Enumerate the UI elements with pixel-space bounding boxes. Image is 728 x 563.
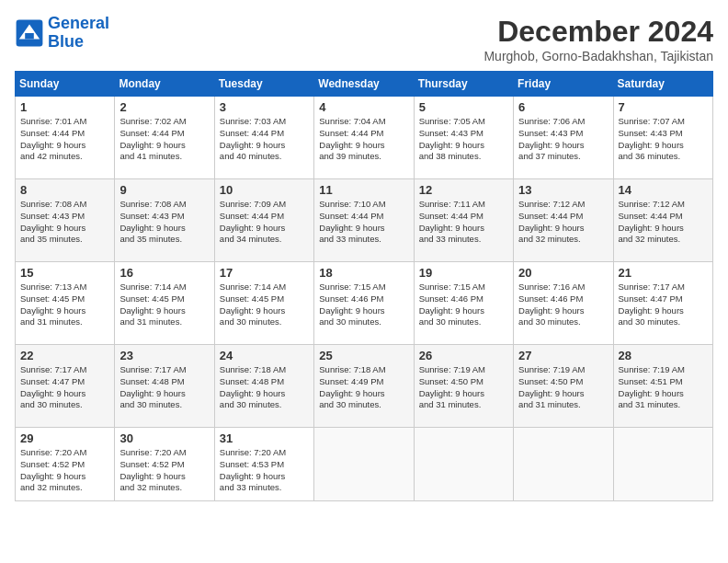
day-info: Sunrise: 7:12 AM Sunset: 4:44 PM Dayligh…	[518, 199, 608, 246]
day-info: Sunrise: 7:17 AM Sunset: 4:47 PM Dayligh…	[20, 364, 109, 411]
svg-rect-2	[25, 33, 34, 39]
day-number: 21	[619, 266, 708, 280]
day-number: 29	[20, 431, 109, 445]
calendar-cell	[314, 428, 414, 501]
day-number: 10	[220, 183, 309, 197]
day-number: 18	[319, 266, 408, 280]
calendar-cell: 29Sunrise: 7:20 AM Sunset: 4:52 PM Dayli…	[16, 428, 115, 501]
day-info: Sunrise: 7:10 AM Sunset: 4:44 PM Dayligh…	[319, 199, 408, 246]
day-number: 20	[518, 266, 608, 280]
day-number: 8	[20, 183, 109, 197]
calendar-cell: 9Sunrise: 7:08 AM Sunset: 4:43 PM Daylig…	[115, 179, 214, 262]
calendar-cell: 11Sunrise: 7:10 AM Sunset: 4:44 PM Dayli…	[314, 179, 414, 262]
day-number: 25	[319, 349, 408, 362]
calendar-cell: 14Sunrise: 7:12 AM Sunset: 4:44 PM Dayli…	[613, 179, 712, 262]
calendar-cell: 18Sunrise: 7:15 AM Sunset: 4:46 PM Dayli…	[314, 262, 414, 345]
calendar-cell: 16Sunrise: 7:14 AM Sunset: 4:45 PM Dayli…	[115, 262, 214, 345]
day-number: 27	[518, 349, 608, 362]
day-number: 12	[419, 183, 508, 197]
day-info: Sunrise: 7:16 AM Sunset: 4:46 PM Dayligh…	[518, 282, 608, 328]
logo-icon	[15, 18, 44, 48]
day-number: 2	[119, 100, 209, 114]
calendar-cell	[414, 428, 513, 501]
day-info: Sunrise: 7:03 AM Sunset: 4:44 PM Dayligh…	[220, 116, 309, 163]
day-info: Sunrise: 7:18 AM Sunset: 4:48 PM Dayligh…	[220, 364, 309, 411]
col-header-wednesday: Wednesday	[314, 72, 414, 97]
calendar-cell: 1Sunrise: 7:01 AM Sunset: 4:44 PM Daylig…	[16, 97, 115, 179]
day-info: Sunrise: 7:02 AM Sunset: 4:44 PM Dayligh…	[119, 116, 209, 163]
day-number: 14	[619, 183, 708, 197]
calendar-cell: 7Sunrise: 7:07 AM Sunset: 4:43 PM Daylig…	[613, 97, 712, 179]
calendar-cell: 4Sunrise: 7:04 AM Sunset: 4:44 PM Daylig…	[314, 97, 414, 179]
day-info: Sunrise: 7:20 AM Sunset: 4:53 PM Dayligh…	[220, 447, 309, 494]
calendar-cell: 13Sunrise: 7:12 AM Sunset: 4:44 PM Dayli…	[514, 179, 613, 262]
calendar-cell: 5Sunrise: 7:05 AM Sunset: 4:43 PM Daylig…	[414, 97, 513, 179]
day-number: 31	[220, 431, 309, 445]
col-header-saturday: Saturday	[613, 72, 712, 97]
col-header-sunday: Sunday	[16, 72, 115, 97]
day-info: Sunrise: 7:20 AM Sunset: 4:52 PM Dayligh…	[119, 447, 209, 494]
day-number: 4	[319, 100, 408, 114]
day-number: 17	[220, 266, 309, 280]
day-info: Sunrise: 7:06 AM Sunset: 4:43 PM Dayligh…	[518, 116, 608, 163]
day-info: Sunrise: 7:11 AM Sunset: 4:44 PM Dayligh…	[419, 199, 508, 246]
calendar-cell: 2Sunrise: 7:02 AM Sunset: 4:44 PM Daylig…	[115, 97, 214, 179]
day-info: Sunrise: 7:18 AM Sunset: 4:49 PM Dayligh…	[319, 364, 408, 411]
day-info: Sunrise: 7:08 AM Sunset: 4:43 PM Dayligh…	[20, 199, 109, 246]
day-number: 3	[220, 100, 309, 114]
calendar-cell: 17Sunrise: 7:14 AM Sunset: 4:45 PM Dayli…	[214, 262, 313, 345]
calendar-cell: 19Sunrise: 7:15 AM Sunset: 4:46 PM Dayli…	[414, 262, 513, 345]
day-info: Sunrise: 7:14 AM Sunset: 4:45 PM Dayligh…	[119, 282, 209, 328]
col-header-thursday: Thursday	[414, 72, 513, 97]
calendar-cell: 6Sunrise: 7:06 AM Sunset: 4:43 PM Daylig…	[514, 97, 613, 179]
calendar-cell: 28Sunrise: 7:19 AM Sunset: 4:51 PM Dayli…	[613, 345, 712, 428]
calendar-cell: 3Sunrise: 7:03 AM Sunset: 4:44 PM Daylig…	[214, 97, 313, 179]
month-title: December 2024	[483, 15, 713, 49]
day-info: Sunrise: 7:05 AM Sunset: 4:43 PM Dayligh…	[419, 116, 508, 163]
header-row: SundayMondayTuesdayWednesdayThursdayFrid…	[16, 72, 713, 97]
logo-line1: General	[48, 15, 109, 33]
day-number: 22	[20, 349, 109, 362]
day-number: 5	[419, 100, 508, 114]
calendar-cell: 26Sunrise: 7:19 AM Sunset: 4:50 PM Dayli…	[414, 345, 513, 428]
day-info: Sunrise: 7:14 AM Sunset: 4:45 PM Dayligh…	[220, 282, 309, 328]
calendar-cell: 8Sunrise: 7:08 AM Sunset: 4:43 PM Daylig…	[16, 179, 115, 262]
calendar-cell: 21Sunrise: 7:17 AM Sunset: 4:47 PM Dayli…	[613, 262, 712, 345]
day-info: Sunrise: 7:17 AM Sunset: 4:47 PM Dayligh…	[619, 282, 708, 328]
calendar-cell: 15Sunrise: 7:13 AM Sunset: 4:45 PM Dayli…	[16, 262, 115, 345]
day-info: Sunrise: 7:15 AM Sunset: 4:46 PM Dayligh…	[419, 282, 508, 328]
calendar-cell: 31Sunrise: 7:20 AM Sunset: 4:53 PM Dayli…	[214, 428, 313, 501]
day-number: 7	[619, 100, 708, 114]
day-number: 16	[119, 266, 209, 280]
calendar-cell: 12Sunrise: 7:11 AM Sunset: 4:44 PM Dayli…	[414, 179, 513, 262]
day-number: 26	[419, 349, 508, 362]
day-info: Sunrise: 7:04 AM Sunset: 4:44 PM Dayligh…	[319, 116, 408, 163]
location: Murghob, Gorno-Badakhshan, Tajikistan	[483, 49, 713, 63]
day-info: Sunrise: 7:19 AM Sunset: 4:50 PM Dayligh…	[518, 364, 608, 411]
calendar-cell	[514, 428, 613, 501]
day-number: 9	[119, 183, 209, 197]
day-info: Sunrise: 7:12 AM Sunset: 4:44 PM Dayligh…	[619, 199, 708, 246]
day-info: Sunrise: 7:19 AM Sunset: 4:50 PM Dayligh…	[419, 364, 508, 411]
day-info: Sunrise: 7:13 AM Sunset: 4:45 PM Dayligh…	[20, 282, 109, 328]
page-header: General Blue December 2024 Murghob, Gorn…	[15, 15, 713, 63]
day-number: 15	[20, 266, 109, 280]
day-info: Sunrise: 7:19 AM Sunset: 4:51 PM Dayligh…	[619, 364, 708, 411]
day-info: Sunrise: 7:15 AM Sunset: 4:46 PM Dayligh…	[319, 282, 408, 328]
calendar-cell: 24Sunrise: 7:18 AM Sunset: 4:48 PM Dayli…	[214, 345, 313, 428]
day-number: 28	[619, 349, 708, 362]
col-header-monday: Monday	[115, 72, 214, 97]
calendar-cell: 27Sunrise: 7:19 AM Sunset: 4:50 PM Dayli…	[514, 345, 613, 428]
calendar-cell: 10Sunrise: 7:09 AM Sunset: 4:44 PM Dayli…	[214, 179, 313, 262]
logo-line2: Blue	[48, 33, 109, 52]
day-info: Sunrise: 7:07 AM Sunset: 4:43 PM Dayligh…	[619, 116, 708, 163]
title-area: December 2024 Murghob, Gorno-Badakhshan,…	[483, 15, 713, 63]
calendar-cell: 22Sunrise: 7:17 AM Sunset: 4:47 PM Dayli…	[16, 345, 115, 428]
day-number: 30	[119, 431, 209, 445]
logo: General Blue	[15, 15, 109, 52]
day-number: 1	[20, 100, 109, 114]
day-info: Sunrise: 7:20 AM Sunset: 4:52 PM Dayligh…	[20, 447, 109, 494]
day-number: 13	[518, 183, 608, 197]
day-number: 11	[319, 183, 408, 197]
day-info: Sunrise: 7:17 AM Sunset: 4:48 PM Dayligh…	[119, 364, 209, 411]
